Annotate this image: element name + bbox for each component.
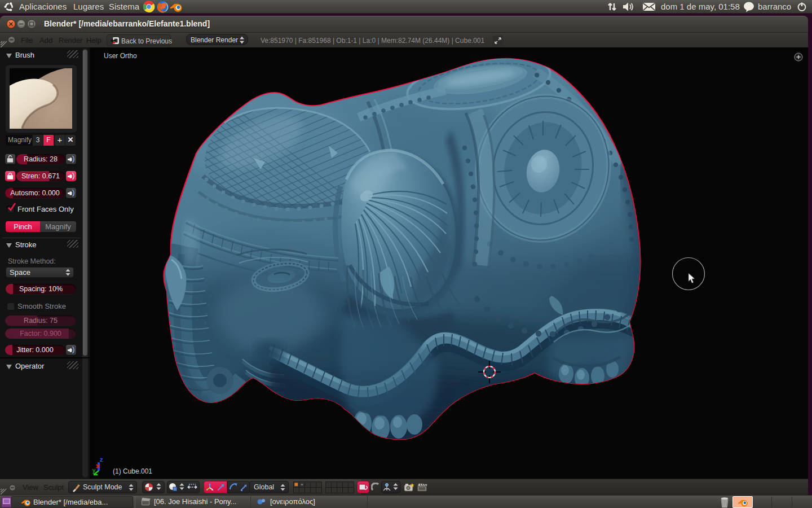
svg-text:y: y (92, 467, 95, 474)
svg-text:z: z (100, 457, 103, 463)
